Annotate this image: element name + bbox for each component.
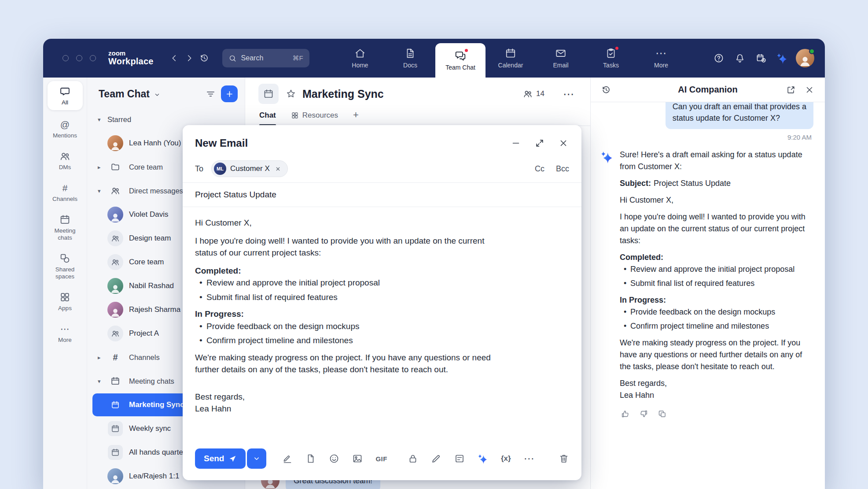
window-close-dot[interactable] xyxy=(63,55,69,61)
image-icon xyxy=(352,453,363,464)
gif-button[interactable]: GIF xyxy=(375,452,387,465)
send-options-button[interactable] xyxy=(247,448,266,469)
edit-button[interactable] xyxy=(431,452,441,465)
avatar xyxy=(107,135,123,151)
emoji-icon xyxy=(329,453,339,464)
calendar-icon xyxy=(107,373,123,389)
calendar-clock-icon xyxy=(756,53,766,63)
hash-icon: # xyxy=(107,349,123,365)
rail-meeting-chats[interactable]: Meeting chats xyxy=(48,214,83,241)
window-controls[interactable] xyxy=(63,55,96,61)
forward-button[interactable] xyxy=(182,51,197,66)
copy-button[interactable] xyxy=(657,408,667,419)
rail-more[interactable]: ⋯ More xyxy=(48,324,83,344)
to-field[interactable]: To ML Customer X Cc Bcc xyxy=(183,157,581,183)
signature-icon xyxy=(282,453,293,464)
search-placeholder: Search xyxy=(241,54,288,62)
nav-team-chat[interactable]: Team Chat xyxy=(435,43,485,78)
help-button[interactable] xyxy=(711,51,726,66)
rail-apps[interactable]: Apps xyxy=(48,292,83,312)
filter-button[interactable] xyxy=(202,86,218,102)
members-icon xyxy=(523,89,533,99)
template-button[interactable] xyxy=(454,452,465,465)
rail-all[interactable]: All xyxy=(48,81,83,110)
ai-compose-button[interactable] xyxy=(478,452,488,465)
pop-out-button[interactable] xyxy=(783,82,798,97)
ai-history-button[interactable] xyxy=(599,82,614,97)
close-button[interactable] xyxy=(557,137,570,150)
resources-grid-icon xyxy=(291,111,299,119)
window-maximize-dot[interactable] xyxy=(90,55,96,61)
subject-field[interactable]: Project Status Update xyxy=(183,183,581,207)
nav-email[interactable]: Email xyxy=(536,39,586,78)
meeting-calendar-icon xyxy=(108,445,123,460)
remove-recipient-button[interactable] xyxy=(274,164,283,173)
people-icon xyxy=(59,151,70,162)
variables-button[interactable]: {x} xyxy=(501,452,511,465)
collapse-arrow-icon[interactable]: ▾ xyxy=(98,188,107,194)
rail-dms[interactable]: DMs xyxy=(48,151,83,171)
nav-more[interactable]: ⋯ More xyxy=(636,39,686,78)
avatar xyxy=(107,278,123,294)
tab-resources[interactable]: Resources xyxy=(291,111,338,126)
upcoming-meetings-button[interactable] xyxy=(754,51,769,66)
collapse-arrow-icon[interactable]: ▾ xyxy=(98,378,107,385)
collapse-arrow-icon[interactable]: ▾ xyxy=(98,116,107,123)
calendar-icon xyxy=(505,48,516,59)
new-chat-button[interactable] xyxy=(221,85,238,102)
send-icon xyxy=(228,455,237,463)
expand-arrow-icon[interactable]: ▸ xyxy=(98,164,107,170)
ai-companion-button[interactable] xyxy=(775,51,790,66)
nav-calendar[interactable]: Calendar xyxy=(485,39,536,78)
attach-file-button[interactable] xyxy=(305,452,316,465)
discard-draft-button[interactable] xyxy=(559,452,569,465)
recipient-avatar: ML xyxy=(214,163,226,175)
back-button[interactable] xyxy=(167,51,182,66)
tab-chat[interactable]: Chat xyxy=(259,111,276,126)
search-input[interactable]: Search ⌘F xyxy=(222,49,309,67)
search-shortcut-hint: ⌘F xyxy=(292,54,303,62)
member-count[interactable]: 14 xyxy=(523,89,544,99)
insert-image-button[interactable] xyxy=(352,452,363,465)
sparkle-icon xyxy=(478,453,488,464)
thumbs-up-button[interactable] xyxy=(620,408,630,419)
expand-arrow-icon[interactable]: ▸ xyxy=(98,354,107,361)
ai-response-text: Sure! Here's a draft email asking for a … xyxy=(620,149,811,419)
signature-button[interactable] xyxy=(282,452,293,465)
expand-button[interactable] xyxy=(533,137,546,150)
chevron-down-icon xyxy=(253,455,261,463)
minimize-button[interactable] xyxy=(509,137,522,150)
email-body-editor[interactable]: Hi Customer X, I hope you're doing well!… xyxy=(183,207,581,444)
emoji-button[interactable] xyxy=(329,452,339,465)
titlebar-right-actions xyxy=(711,39,814,78)
rail-shared-spaces[interactable]: Shared spaces xyxy=(48,253,83,280)
notifications-button[interactable] xyxy=(732,51,747,66)
star-channel-icon[interactable] xyxy=(286,89,296,99)
ai-conversation[interactable]: Can you draft an email that provides a s… xyxy=(591,102,825,489)
recipient-chip[interactable]: ML Customer X xyxy=(211,160,288,177)
more-tools-button[interactable]: ⋯ xyxy=(524,452,535,465)
add-tab-button[interactable]: + xyxy=(353,109,359,126)
rail-mentions[interactable]: @ Mentions xyxy=(48,119,83,139)
nav-tasks[interactable]: Tasks xyxy=(586,39,636,78)
encrypt-button[interactable] xyxy=(408,452,418,465)
channel-header: Marketing Sync 14 ⋯ xyxy=(245,78,590,105)
cc-button[interactable]: Cc xyxy=(535,164,544,174)
compose-toolbar: Send GIF {x} ⋯ xyxy=(183,444,581,480)
team-chat-title-dropdown[interactable]: Team Chat xyxy=(99,88,202,100)
ellipsis-icon: ⋯ xyxy=(60,324,70,334)
nav-home[interactable]: Home xyxy=(335,39,385,78)
thumbs-down-button[interactable] xyxy=(638,408,649,419)
send-button[interactable]: Send xyxy=(195,448,246,469)
rail-channels[interactable]: # Channels xyxy=(48,183,83,203)
channel-more-button[interactable]: ⋯ xyxy=(563,89,574,100)
close-icon xyxy=(805,85,814,95)
history-button[interactable] xyxy=(197,51,212,66)
user-avatar[interactable] xyxy=(796,49,814,67)
bcc-button[interactable]: Bcc xyxy=(556,164,569,174)
file-icon xyxy=(305,453,316,464)
close-ai-panel-button[interactable] xyxy=(802,82,817,97)
window-minimize-dot[interactable] xyxy=(76,55,82,61)
nav-docs[interactable]: Docs xyxy=(385,39,435,78)
folder-icon xyxy=(107,159,123,175)
